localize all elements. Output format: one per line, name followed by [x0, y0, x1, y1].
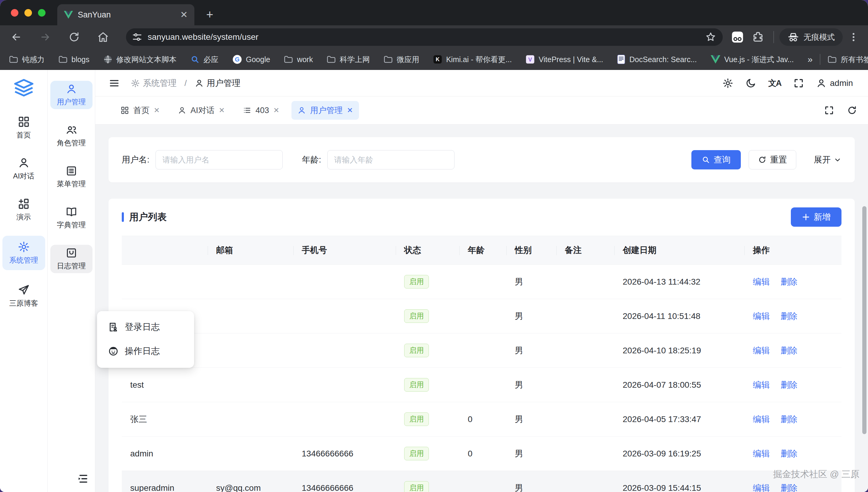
sidebar-item-menus[interactable]: 菜单管理	[50, 163, 93, 191]
cell-name: test	[122, 380, 208, 390]
username-filter-label: 用户名:	[122, 154, 150, 166]
reload-icon[interactable]	[68, 31, 80, 43]
menu-unfold-icon[interactable]	[76, 472, 90, 485]
edit-link[interactable]: 编辑	[753, 345, 770, 356]
delete-link[interactable]: 删除	[781, 448, 797, 460]
bookmark-item[interactable]: 钝感力	[9, 54, 45, 65]
close-icon[interactable]: ✕	[273, 106, 279, 115]
zoom-window-button[interactable]	[38, 9, 46, 17]
fullscreen-icon[interactable]	[793, 78, 804, 89]
rail-item-home[interactable]: 首页	[2, 113, 45, 143]
bookmark-item[interactable]: blogs	[58, 55, 90, 64]
edit-link[interactable]: 编辑	[753, 379, 770, 391]
rail-item-blog[interactable]: 三原博客	[2, 281, 45, 311]
edit-link[interactable]: 编辑	[753, 414, 770, 425]
edit-link[interactable]: 编辑	[753, 448, 770, 460]
pinned-extension-icon[interactable]	[731, 30, 744, 44]
bookmark-label: Kimi.ai - 帮你看更...	[446, 54, 512, 65]
forward-icon[interactable]	[39, 31, 51, 43]
cell-phone: 13466666666	[293, 449, 396, 459]
bookmark-item[interactable]: K Kimi.ai - 帮你看更...	[433, 54, 512, 65]
site-settings-icon[interactable]	[132, 32, 142, 42]
bookmark-item[interactable]: Vue.js - 渐进式 Jav...	[711, 54, 794, 65]
delete-link[interactable]: 删除	[781, 311, 797, 322]
incognito-badge: 无痕模式	[780, 28, 843, 46]
tab-chip-users[interactable]: 用户管理 ✕	[291, 101, 359, 120]
col-header-remark: 备注	[556, 236, 614, 264]
bookmark-item[interactable]: G Google	[232, 54, 270, 64]
menu-item-operation-log[interactable]: 操作日志	[108, 341, 194, 361]
content-fullscreen-icon[interactable]	[824, 105, 834, 116]
home-icon[interactable]	[97, 31, 109, 43]
list-box-icon	[66, 165, 77, 177]
bookmark-item[interactable]: 修改网站文本脚本	[103, 54, 177, 65]
username-filter-input[interactable]	[155, 150, 283, 169]
tab-chip-403[interactable]: 403 ✕	[237, 101, 285, 120]
browser-menu-icon[interactable]	[848, 32, 859, 43]
url-text[interactable]: sanyuan.website/system/user	[148, 32, 700, 42]
age-filter-input[interactable]	[327, 150, 455, 169]
edit-link[interactable]: 编辑	[753, 276, 770, 288]
edit-link[interactable]: 编辑	[753, 311, 770, 322]
bookmark-item[interactable]: work	[284, 55, 313, 64]
kimi-icon: K	[433, 55, 442, 64]
rail-item-ai-chat[interactable]: AI对话	[2, 154, 45, 184]
col-header-actions: 操作	[744, 236, 841, 264]
user-menu[interactable]: admin	[816, 78, 853, 88]
page-scrollbar-thumb[interactable]	[862, 206, 867, 434]
back-icon[interactable]	[10, 31, 22, 43]
age-filter-label: 年龄:	[302, 154, 321, 166]
sidebar-item-dicts[interactable]: 字典管理	[50, 204, 93, 232]
delete-link[interactable]: 删除	[781, 482, 797, 492]
rail-item-system[interactable]: 系统管理	[2, 236, 45, 270]
breadcrumb-parent[interactable]: 系统管理	[131, 77, 177, 89]
close-icon[interactable]: ✕	[154, 106, 160, 115]
delete-link[interactable]: 删除	[781, 379, 797, 391]
extensions-puzzle-icon[interactable]	[751, 30, 765, 44]
bookmark-item[interactable]: DocSearch: Searc...	[617, 54, 697, 64]
settings-gear-icon[interactable]	[722, 78, 733, 89]
translate-icon[interactable]: 文A	[768, 78, 781, 89]
svg-text:V: V	[528, 56, 532, 63]
minimize-window-button[interactable]	[24, 9, 32, 17]
reset-button[interactable]: 重置	[749, 150, 796, 169]
bookmarks-overflow-icon[interactable]: »	[808, 54, 813, 65]
sidebar-item-logs[interactable]: 日志管理	[50, 245, 93, 273]
add-user-button[interactable]: 新增	[791, 207, 841, 227]
delete-link[interactable]: 删除	[781, 414, 797, 425]
browser-tab[interactable]: SanYuan ✕	[57, 4, 195, 25]
new-tab-button[interactable]: +	[203, 7, 217, 22]
bookmark-item[interactable]: 微应用	[384, 54, 419, 65]
sidebar-item-users[interactable]: 用户管理	[50, 81, 93, 109]
app-logo-icon[interactable]	[10, 78, 37, 97]
rail-item-demo[interactable]: 演示	[2, 195, 45, 225]
close-icon[interactable]: ✕	[347, 106, 353, 115]
sidebar-item-roles[interactable]: 角色管理	[50, 122, 93, 150]
edit-link[interactable]: 编辑	[753, 482, 770, 492]
rail-item-label: 系统管理	[9, 255, 38, 265]
tab-chip-ai-chat[interactable]: AI对话 ✕	[172, 101, 231, 120]
all-bookmarks-button[interactable]: 所有书签	[827, 54, 868, 65]
tab-close-icon[interactable]: ✕	[180, 10, 188, 19]
sidebar-item-label: 菜单管理	[57, 179, 86, 189]
refresh-icon[interactable]	[847, 105, 857, 116]
bookmark-item[interactable]: 必应	[190, 54, 219, 65]
search-button[interactable]: 查询	[691, 150, 741, 169]
address-bar[interactable]: sanyuan.website/system/user	[126, 28, 723, 46]
tab-chip-home[interactable]: 首页 ✕	[114, 101, 166, 120]
bookmark-item[interactable]: V VitePress | Vite &...	[526, 55, 603, 64]
close-icon[interactable]: ✕	[219, 106, 225, 115]
hamburger-icon[interactable]	[108, 77, 120, 89]
delete-link[interactable]: 删除	[781, 276, 797, 288]
panel-title: 用户列表	[129, 211, 167, 223]
delete-link[interactable]: 删除	[781, 345, 797, 356]
doc-user-icon	[108, 322, 119, 333]
expand-toggle[interactable]: 展开	[814, 154, 841, 166]
dark-mode-moon-icon[interactable]	[745, 78, 756, 89]
close-window-button[interactable]	[11, 9, 18, 17]
menu-item-login-log[interactable]: 登录日志	[108, 317, 194, 337]
cell-age: 0	[459, 415, 506, 424]
bookmark-star-icon[interactable]	[705, 32, 716, 43]
breadcrumb-separator: /	[184, 78, 187, 88]
bookmark-item[interactable]: 科学上网	[327, 54, 370, 65]
